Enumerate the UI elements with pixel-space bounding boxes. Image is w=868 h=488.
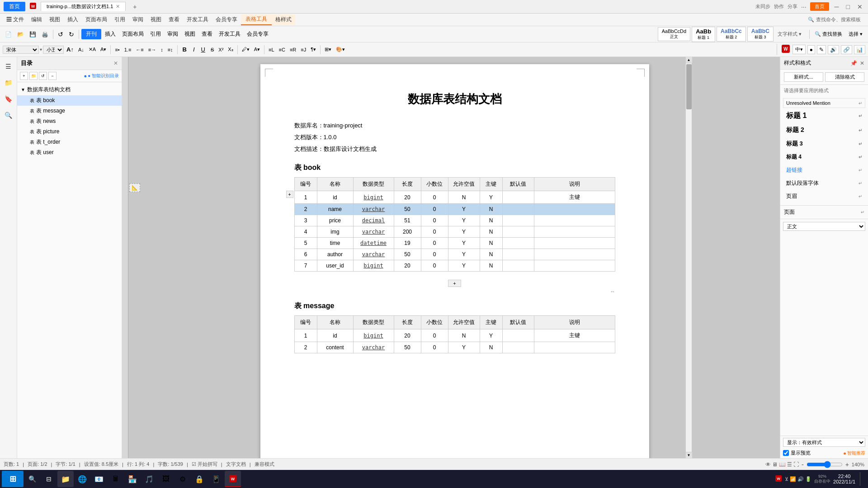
save-btn[interactable]: 💾 <box>27 30 38 38</box>
store-btn[interactable]: 🏪 <box>124 471 141 487</box>
sidebar-new-btn[interactable]: + <box>20 72 28 80</box>
spell-check-btn[interactable]: ☑ 开始拼写 <box>192 461 217 468</box>
strikethrough-btn[interactable]: S <box>209 46 216 53</box>
search-commands[interactable]: 🔍 查找命令、搜索模板 <box>803 15 865 24</box>
underline-btn[interactable]: U <box>198 45 208 54</box>
page-layout-menu[interactable]: 页面布局 <box>119 29 146 39</box>
show-desktop-btn[interactable] <box>860 472 863 486</box>
start-btn[interactable]: ⊞ <box>2 471 24 487</box>
explorer-btn[interactable]: 📁 <box>57 471 74 487</box>
review-menu[interactable]: 审阅 <box>165 29 181 39</box>
sidebar-item-user[interactable]: 表 表 user <box>17 147 122 158</box>
shading-btn[interactable]: 🎨▾ <box>334 46 347 53</box>
sidebar-collapse-btn[interactable]: − <box>48 72 57 80</box>
find-replace-btn[interactable]: 🔍 查找替换 <box>812 30 845 38</box>
table-resize-icon[interactable]: ↔ <box>294 289 615 294</box>
style-h3[interactable]: 标题 3 ↵ <box>783 137 865 150</box>
style-h2[interactable]: 标题 2 ↵ <box>783 124 865 136</box>
bookmark-icon[interactable]: 🔖 <box>2 92 15 106</box>
tree-folder-db[interactable]: ▼ 数据库表结构文档 <box>17 84 122 95</box>
font-size-dropdown[interactable]: ▾ <box>40 47 42 52</box>
superscript-btn[interactable]: X² <box>217 46 225 53</box>
print-btn[interactable]: 🖨️ <box>39 30 51 38</box>
view-menu[interactable]: 视图 <box>182 29 198 39</box>
sidebar-item-picture[interactable]: 表 表 picture <box>17 127 122 137</box>
calc-btn[interactable]: 🖩 <box>108 471 124 487</box>
para-spacing-btn[interactable]: ↕ <box>159 46 165 53</box>
wps-tray-icon[interactable]: W <box>775 475 782 483</box>
text-color-btn2[interactable]: A▾ <box>252 46 262 53</box>
display-mode-select[interactable]: 显示：有效样式 <box>783 438 865 447</box>
sidebar-item-book[interactable]: 表 表 book <box>17 95 122 106</box>
sidebar-close-btn[interactable]: ✕ <box>113 60 118 66</box>
redo-btn[interactable]: ↻ <box>66 30 76 39</box>
style-unresolved[interactable]: Unresolved Mention ↵ <box>783 98 865 108</box>
app11-btn[interactable]: ⚙ <box>175 471 191 487</box>
zoom-in-btn[interactable]: + <box>845 461 849 468</box>
app12-btn[interactable]: 🔒 <box>191 471 208 487</box>
book-table-add-btn[interactable]: + <box>448 280 461 287</box>
style-preview-h2[interactable]: AaBbCc标题 2 <box>717 27 746 42</box>
search-sidebar-icon[interactable]: 🔍 <box>2 108 15 122</box>
mail-btn[interactable]: 📧 <box>91 471 107 487</box>
app10-btn[interactable]: 🖼 <box>158 471 174 487</box>
style-preview-h3[interactable]: AaBbC标题 3 <box>747 27 774 42</box>
dev-menu[interactable]: 开发工具 <box>216 29 243 39</box>
extra-spacing-btn[interactable]: ≡↕ <box>166 46 175 53</box>
sidebar-item-news[interactable]: 表 表 news <box>17 116 122 127</box>
read-view-icon[interactable]: 📖 <box>779 461 786 468</box>
close-panel-btn[interactable]: ✕ <box>860 60 864 66</box>
tab-close-icon[interactable]: ✕ <box>116 4 120 9</box>
more-options-btn[interactable]: ··· <box>801 3 807 10</box>
ai-btn4[interactable]: 🔗 <box>841 45 852 54</box>
table-border-btn[interactable]: ⊞▾ <box>323 46 333 53</box>
print-view-icon[interactable]: 👁 <box>765 461 771 468</box>
style-default-para[interactable]: 默认段落字体 ↵ <box>783 177 865 189</box>
menu-file[interactable]: ☰ 文件 <box>3 14 28 25</box>
font-size-select[interactable]: 小五 <box>43 46 64 54</box>
outline-view-icon[interactable]: ☰ <box>787 461 792 468</box>
folder-icon[interactable]: 📁 <box>2 76 15 89</box>
home-tab[interactable]: 首页 <box>4 2 25 11</box>
menu-ref[interactable]: 引用 <box>111 14 129 25</box>
style-preview-normal[interactable]: AaBbCcDd正文 <box>658 27 690 41</box>
menu-insert[interactable]: 插入 <box>64 14 82 25</box>
ai-btn5[interactable]: 📊 <box>854 45 865 54</box>
menu-dev[interactable]: 开发工具 <box>183 14 212 25</box>
insert-menu[interactable]: 插入 <box>102 29 118 39</box>
subscript-btn[interactable]: X₂ <box>226 46 235 53</box>
bullet-list-btn[interactable]: ≡• <box>113 46 121 53</box>
menu-review[interactable]: 审阅 <box>129 14 147 25</box>
style-link[interactable]: 超链接 ↵ <box>783 164 865 176</box>
style-h4[interactable]: 标题 4 ↵ <box>783 151 865 163</box>
scrollbar-thumb[interactable] <box>686 64 692 109</box>
new-style-btn[interactable]: 新样式... <box>784 72 823 82</box>
maximize-btn[interactable]: □ <box>844 3 852 10</box>
current-style-select[interactable]: 正文 <box>783 222 865 231</box>
sidebar-folder-btn[interactable]: 📁 <box>29 72 38 80</box>
style-preview-h1[interactable]: AaBb标题 1 <box>692 27 715 42</box>
menu-check[interactable]: 查看 <box>165 14 183 25</box>
align-center-btn[interactable]: ≡C <box>277 46 287 53</box>
nav-icon[interactable]: ☰ <box>2 60 15 73</box>
style-h1[interactable]: 标题 1 ↵ <box>783 109 865 123</box>
ai-btn3[interactable]: 🔊 <box>828 45 839 54</box>
text-styles-btn[interactable]: 文字样式 ▾ <box>775 30 804 38</box>
para-menu-btn[interactable]: ¶▾ <box>309 46 318 53</box>
italic-btn[interactable]: I <box>190 45 198 54</box>
preview-checkbox[interactable] <box>783 450 789 456</box>
check-menu[interactable]: 查看 <box>199 29 215 39</box>
user-btn[interactable]: 首页 <box>810 2 829 11</box>
page-layout-label[interactable]: 页面 ↵ <box>780 206 868 218</box>
zoom-out-btn[interactable]: - <box>802 461 804 468</box>
scroll-up-btn[interactable]: ▲ <box>686 57 692 63</box>
scroll-down-btn[interactable]: ▼ <box>686 452 692 458</box>
pin-icon[interactable]: 📌 <box>850 60 857 66</box>
ai-btn1[interactable]: ● <box>807 45 815 54</box>
vip-menu[interactable]: 会员专享 <box>244 29 271 39</box>
menu-view2[interactable]: 视图 <box>147 14 165 25</box>
indent-increase-btn[interactable]: ≡→ <box>146 46 158 53</box>
font-decrease-btn[interactable]: A↓ <box>76 46 86 53</box>
align-left-btn[interactable]: ≡L <box>267 46 276 53</box>
sidebar-refresh-btn[interactable]: ↺ <box>39 72 47 80</box>
